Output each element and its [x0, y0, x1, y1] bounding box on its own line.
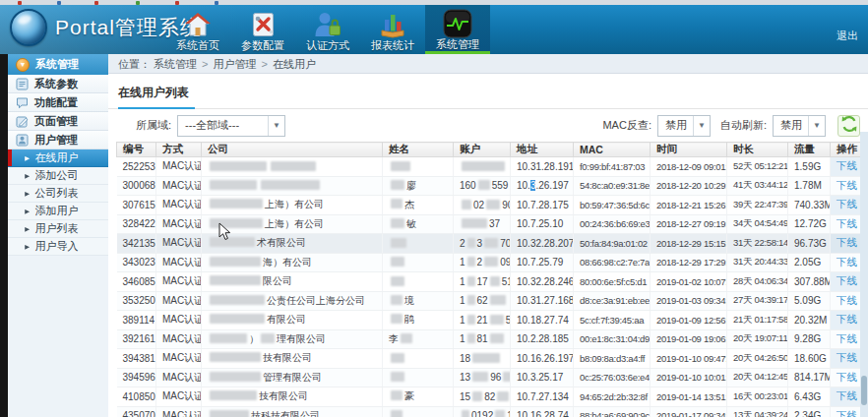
cell-mac: 0c:25:76:03:6e:e4: [574, 368, 651, 387]
mac-lookup-select[interactable]: 禁用 ▼: [657, 115, 711, 137]
main-content: 位置： 系统管理>用户管理>在线用户 在线用户列表 所属域: ---全部域---…: [108, 54, 868, 417]
offline-link[interactable]: 下线: [837, 274, 857, 286]
cell-id: 410850: [117, 387, 156, 407]
redacted-block: [210, 257, 261, 267]
cell-text: 090: [500, 257, 510, 268]
cell-duration: 31天 20:44:33: [727, 253, 788, 272]
table-scrollbar[interactable]: [860, 132, 868, 417]
sidebar-subitem-label: 在线用户: [34, 150, 78, 165]
cell-text: 10.7.27.134: [517, 391, 569, 402]
cell-id: 328422: [117, 214, 156, 234]
cell-account: 12090: [454, 253, 511, 272]
cell-action: 下线: [831, 291, 861, 311]
cell-method: MAC认证: [156, 368, 202, 387]
chevron-down-icon: ▼: [268, 116, 284, 136]
cell-time: 2018-12-29 17:29:27.0: [651, 253, 727, 272]
domain-select[interactable]: ---全部域--- ▼: [177, 115, 285, 137]
nav-item-参数配置[interactable]: 参数配置: [230, 5, 295, 54]
redacted-block: [391, 314, 403, 324]
cell-mac: 00:e1:8c:31:04:d9: [574, 329, 651, 349]
offline-link[interactable]: 下线: [837, 371, 857, 383]
redacted-block: [210, 237, 255, 247]
table-row: 353250MAC认证公责任公司上海分公司境16210.31.27.168d8:…: [117, 291, 861, 311]
cell-duration: 20天 04:26:50: [727, 349, 788, 369]
sidebar-subitem-添加公司[interactable]: ▶添加公司: [8, 167, 108, 185]
cell-text: 41天 03:44:12: [733, 179, 788, 190]
sidebar-subitem-公司列表[interactable]: ▶公司列表: [8, 185, 108, 203]
cell-text: 160: [460, 180, 476, 191]
cell-text: 有限公司: [267, 314, 306, 325]
sidebar-subitem-label: 用户导入: [34, 239, 78, 254]
column-header-地址: 地址: [511, 143, 574, 157]
nav-label: 报表统计: [371, 39, 414, 52]
cell-text: 394381: [123, 353, 155, 364]
cell-company: 技有限公司: [202, 349, 383, 369]
triangle-right-icon: ▶: [25, 190, 30, 197]
sidebar-item-用户管理[interactable]: 用户管理: [8, 131, 108, 149]
redacted-block: [490, 333, 504, 343]
offline-link[interactable]: 下线: [837, 198, 857, 209]
offline-link[interactable]: 下线: [837, 236, 857, 248]
redacted-block: [391, 257, 404, 267]
cell-account: 162: [454, 291, 511, 311]
sidebar-item-功能配置[interactable]: 功能配置: [8, 93, 108, 112]
cell-text: 1: [460, 257, 465, 268]
offline-link[interactable]: 下线: [837, 409, 857, 417]
offline-link[interactable]: 下线: [837, 351, 857, 363]
cell-text: 37: [489, 218, 500, 229]
sidebar-subitem-用户列表[interactable]: ▶用户列表: [8, 220, 108, 238]
offline-link[interactable]: 下线: [837, 256, 857, 268]
cell-text: MAC认证: [162, 295, 202, 306]
sidebar-subitem-用户导入[interactable]: ▶用户导入: [8, 238, 108, 256]
cell-traffic: 9.28G: [788, 329, 831, 349]
sidebar-subitem-label: 添加用户: [34, 204, 78, 218]
cell-text: 2019-01-10 10:01:16.0: [656, 372, 727, 383]
logout-link[interactable]: 退出: [837, 29, 858, 43]
nav-item-报表统计[interactable]: 报表统计: [360, 5, 425, 54]
nav-item-系统首页[interactable]: 系统首页: [165, 5, 230, 54]
sidebar-item-页面管理[interactable]: 页面管理: [8, 112, 108, 131]
nav-item-认证方式[interactable]: 认证方式: [295, 5, 360, 54]
offline-link[interactable]: 下线: [837, 294, 857, 306]
cell-text: 52天 05:12:21: [733, 160, 788, 171]
redacted-block: [486, 200, 500, 209]
cell-ip: 10.7.27.134: [511, 387, 574, 407]
sidebar-item-系统参数[interactable]: 系统参数: [8, 75, 108, 93]
column-header-账户: 账户: [454, 143, 511, 157]
cell-company: 限公司: [202, 272, 383, 292]
cell-text: 389114: [123, 315, 155, 326]
cell-text: 307615: [123, 200, 155, 210]
refresh-button[interactable]: [837, 115, 860, 137]
offline-link[interactable]: 下线: [837, 217, 857, 229]
cell-text: 13: [460, 372, 470, 383]
cell-text: MAC认证: [162, 333, 202, 344]
triangle-right-icon: ▶: [25, 225, 30, 232]
table-row: 392161MAC认证）理有限公司李18110.2.28.18500:e1:8c…: [117, 329, 861, 349]
offline-link[interactable]: 下线: [837, 313, 857, 325]
cell-text: 88:b4:a6:69:90:9c: [580, 410, 650, 417]
sidebar-subitem-在线用户[interactable]: ▶在线用户: [8, 149, 108, 167]
offline-link[interactable]: 下线: [837, 389, 857, 401]
cell-text: MAC认证: [162, 180, 202, 191]
table-row: 252253MAC认证10.31.28.191f0:99:bf:41:87:03…: [117, 157, 861, 177]
nav-item-系统管理[interactable]: 系统管理: [425, 5, 490, 54]
cell-name: 境: [383, 291, 454, 311]
auto-refresh-select[interactable]: 禁用 ▼: [773, 115, 826, 137]
scrollbar-thumb[interactable]: [861, 376, 867, 405]
offline-link[interactable]: 下线: [837, 179, 857, 191]
cell-time: 2019-01-02 10:07:26.0: [651, 272, 727, 292]
cell-id: 353250: [117, 291, 156, 311]
cell-text: 海）有公司: [263, 257, 312, 268]
offline-link[interactable]: 下线: [837, 332, 857, 344]
cell-text: 17: [477, 276, 488, 287]
cell-text: 18: [460, 353, 470, 364]
redacted-block: [490, 295, 506, 305]
sidebar-item-label: 系统参数: [34, 77, 78, 91]
cell-action: 下线: [831, 234, 861, 254]
offline-link[interactable]: 下线: [837, 159, 857, 171]
sidebar-subitem-添加用户[interactable]: ▶添加用户: [8, 203, 108, 220]
sidebar-root-item[interactable]: ▼ 系统管理: [8, 54, 108, 75]
cell-text: MAC认证: [162, 237, 202, 248]
cell-text: 96.73G: [794, 238, 827, 249]
cell-ip: 10.31.28.191: [511, 157, 574, 177]
